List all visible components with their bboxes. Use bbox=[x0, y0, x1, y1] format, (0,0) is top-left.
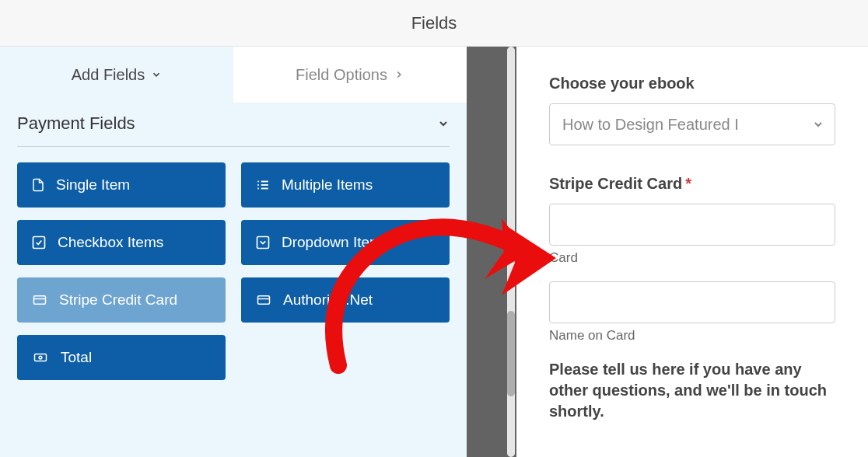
card-input[interactable] bbox=[549, 204, 835, 246]
form-footer-text: Please tell us here if you have any othe… bbox=[549, 359, 835, 422]
svg-rect-8 bbox=[34, 296, 46, 305]
chevron-right-icon bbox=[394, 69, 404, 80]
section-title: Payment Fields bbox=[17, 113, 135, 134]
tab-field-options[interactable]: Field Options bbox=[233, 47, 467, 103]
page-header: Fields bbox=[0, 0, 868, 47]
field-dropdown-items-button[interactable]: Dropdown Items bbox=[241, 220, 450, 265]
tab-label: Field Options bbox=[296, 66, 387, 84]
chevron-down-icon bbox=[437, 117, 450, 130]
name-on-card-input[interactable] bbox=[549, 281, 835, 323]
ebook-label: Choose your ebook bbox=[549, 75, 835, 92]
field-label: Checkbox Items bbox=[58, 234, 163, 251]
field-checkbox-items-button[interactable]: Checkbox Items bbox=[17, 220, 226, 265]
field-authorize-net-button[interactable]: Authorize.Net bbox=[241, 277, 450, 323]
scrollbar-thumb[interactable] bbox=[507, 311, 515, 396]
tab-label: Add Fields bbox=[72, 66, 145, 84]
panel-tabs: Add Fields Field Options bbox=[0, 47, 467, 103]
credit-card-icon bbox=[255, 293, 272, 307]
field-label: Stripe Credit Card bbox=[59, 291, 177, 309]
list-icon bbox=[255, 178, 271, 192]
tab-add-fields[interactable]: Add Fields bbox=[0, 47, 233, 103]
svg-point-13 bbox=[39, 356, 42, 359]
stripe-label: Stripe Credit Card* bbox=[549, 175, 835, 193]
form-preview: Choose your ebook How to Design Featured… bbox=[516, 47, 868, 457]
field-total-button[interactable]: Total bbox=[17, 335, 226, 380]
card-sublabel: Card bbox=[549, 250, 835, 266]
stripe-label-text: Stripe Credit Card bbox=[549, 175, 682, 192]
svg-rect-7 bbox=[257, 237, 269, 249]
field-label: Authorize.Net bbox=[283, 291, 373, 309]
svg-rect-10 bbox=[258, 296, 270, 305]
ebook-select[interactable]: How to Design Featured I bbox=[549, 103, 835, 145]
required-indicator: * bbox=[685, 175, 691, 192]
field-stripe-credit-card-button[interactable]: Stripe Credit Card bbox=[17, 277, 226, 323]
checkbox-icon bbox=[31, 235, 47, 250]
money-icon bbox=[31, 351, 50, 365]
fields-panel: Add Fields Field Options Payment Fields … bbox=[0, 47, 467, 457]
dropdown-icon bbox=[255, 235, 271, 250]
field-label: Dropdown Items bbox=[282, 234, 389, 251]
credit-card-icon bbox=[31, 293, 48, 307]
chevron-down-icon bbox=[812, 118, 824, 131]
preview-gutter bbox=[467, 47, 516, 457]
document-icon bbox=[31, 176, 45, 194]
field-label: Multiple Items bbox=[282, 176, 373, 194]
svg-rect-6 bbox=[33, 237, 45, 249]
page-title: Fields bbox=[411, 13, 457, 33]
svg-rect-12 bbox=[35, 354, 47, 361]
name-on-card-sublabel: Name on Card bbox=[549, 328, 835, 344]
section-header[interactable]: Payment Fields bbox=[0, 103, 467, 134]
fields-grid: Single Item Multiple Items Checkbox Item… bbox=[0, 147, 467, 380]
field-single-item-button[interactable]: Single Item bbox=[17, 162, 226, 208]
field-label: Single Item bbox=[56, 176, 130, 194]
ebook-select-value: How to Design Featured I bbox=[549, 103, 835, 145]
chevron-down-icon bbox=[151, 69, 162, 80]
field-multiple-items-button[interactable]: Multiple Items bbox=[241, 162, 450, 208]
field-label: Total bbox=[61, 349, 92, 366]
